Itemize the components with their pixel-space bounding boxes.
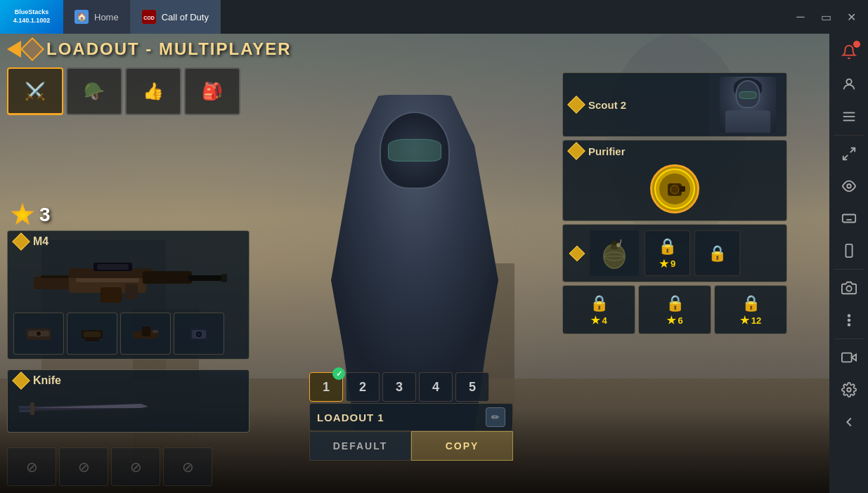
perk-slot-1[interactable]: 🔒 4 — [562, 285, 635, 334]
svg-point-55 — [846, 286, 851, 291]
record-button[interactable] — [834, 342, 864, 373]
device-button[interactable] — [834, 235, 864, 266]
lethal-card[interactable]: 🔒 9 🔒 — [562, 224, 787, 282]
tab-cod[interactable]: COD Call of Duty — [131, 0, 221, 34]
minimize-button[interactable]: ─ — [789, 6, 812, 28]
notification-button[interactable] — [834, 37, 864, 67]
loadout-num-4-label: 4 — [432, 380, 439, 395]
back-arrow-icon — [7, 41, 21, 58]
perk-star-req-3: 12 — [740, 315, 761, 326]
locked-slot-1[interactable]: 🔒 9 — [644, 230, 690, 276]
svg-rect-11 — [188, 275, 224, 281]
attachment-slot-2[interactable] — [67, 313, 117, 355]
empty-slot-3[interactable]: ⊘ — [111, 447, 160, 486]
svg-point-37 — [671, 185, 679, 194]
loadout-num-3[interactable]: 3 — [382, 372, 416, 402]
primary-weapon-card[interactable]: M4 — [7, 230, 250, 360]
camera-button[interactable] — [834, 272, 864, 303]
lock-icon-1: 🔒 — [658, 237, 677, 256]
locked-slots: 🔒 9 🔒 — [644, 230, 740, 276]
scorestreak-card[interactable]: Purifier — [562, 140, 787, 221]
empty-slot-2[interactable]: ⊘ — [59, 447, 108, 486]
empty-slots-row: ⊘ ⊘ ⊘ ⊘ — [7, 447, 212, 486]
perk-req-num-3: 12 — [751, 315, 761, 326]
notification-dot — [853, 41, 860, 48]
attachment-slot-1[interactable] — [13, 313, 64, 355]
empty-slot-2-icon: ⊘ — [78, 459, 90, 475]
weapon-svg — [30, 256, 227, 305]
svg-rect-12 — [221, 274, 227, 282]
close-button[interactable]: ✕ — [840, 6, 862, 28]
operator-body — [725, 110, 770, 133]
loadout-num-5[interactable]: 5 — [455, 372, 489, 402]
knife-card[interactable]: Knife — [7, 369, 250, 433]
view-button[interactable] — [834, 171, 864, 202]
attachment-slot-3[interactable] — [120, 313, 171, 355]
locked-slot-2[interactable]: 🔒 — [694, 230, 740, 276]
scorestreak-name: Purifier — [588, 145, 626, 157]
svg-rect-52 — [842, 215, 855, 223]
back-button[interactable] — [7, 41, 41, 58]
settings-button[interactable] — [834, 374, 864, 405]
attachments-row — [8, 308, 249, 359]
loadout-num-2-label: 2 — [359, 380, 366, 395]
svg-point-16 — [36, 331, 41, 336]
tab-perks[interactable]: 👍 — [125, 67, 181, 115]
right-sidebar — [829, 34, 868, 493]
operator-diamond-icon — [567, 96, 585, 113]
attachment-4-icon — [185, 323, 213, 344]
svg-point-58 — [848, 324, 850, 326]
loadout-num-2[interactable]: 2 — [346, 372, 380, 402]
default-button[interactable]: DEFAULT — [309, 431, 411, 461]
fullscreen-button[interactable] — [834, 138, 864, 169]
lethal-diamond-icon — [569, 245, 585, 261]
page-title: LOADOUT - MULTIPLAYER — [46, 39, 292, 59]
tab-operator[interactable]: 🪖 — [66, 67, 122, 115]
attachment-slot-4[interactable] — [174, 313, 224, 355]
tab-equipment[interactable]: 🎒 — [184, 67, 240, 115]
back-nav-icon — [841, 414, 857, 430]
knife-diamond-icon — [12, 372, 30, 389]
more-button[interactable] — [834, 305, 864, 336]
keyboard-icon — [841, 211, 857, 226]
weapons-tab-icon: ⚔️ — [25, 81, 46, 101]
grenade-svg — [595, 234, 634, 272]
sidebar-divider-1 — [834, 135, 864, 136]
lock-icon-2: 🔒 — [708, 244, 727, 263]
empty-slot-1-icon: ⊘ — [26, 459, 38, 475]
svg-rect-22 — [153, 330, 158, 333]
operator-image — [709, 73, 786, 136]
keyboard-button[interactable] — [834, 203, 864, 234]
svg-rect-36 — [678, 186, 685, 192]
more-icon — [841, 313, 857, 328]
weapon-diamond-icon — [12, 232, 30, 250]
edit-button[interactable]: ✏ — [486, 407, 505, 427]
empty-slot-4[interactable]: ⊘ — [163, 447, 212, 486]
tab-weapons[interactable]: ⚔️ — [7, 67, 63, 115]
game-area: LOADOUT - MULTIPLAYER ⚔️ 🪖 👍 🎒 — [0, 34, 829, 493]
copy-button-label: COPY — [446, 440, 479, 452]
sidebar-divider-2 — [834, 269, 864, 270]
svg-rect-53 — [846, 244, 852, 257]
svg-text:COD: COD — [143, 15, 155, 20]
perk-slot-3[interactable]: 🔒 12 — [714, 285, 787, 334]
perk-slot-2[interactable]: 🔒 6 — [638, 285, 711, 334]
back-nav-button[interactable] — [834, 407, 864, 438]
copy-button[interactable]: COPY — [411, 431, 513, 461]
sidebar-divider-3 — [834, 338, 864, 339]
tab-home[interactable]: 🏠 Home — [63, 0, 131, 34]
empty-slot-1[interactable]: ⊘ — [7, 447, 56, 486]
account-button[interactable] — [834, 69, 864, 100]
operator-card[interactable]: Scout 2 — [562, 72, 787, 137]
perk-mini-star-3 — [740, 315, 750, 325]
svg-line-49 — [850, 148, 854, 152]
game-tabs: ⚔️ 🪖 👍 🎒 — [7, 67, 240, 115]
main-layout: LOADOUT - MULTIPLAYER ⚔️ 🪖 👍 🎒 — [0, 34, 868, 493]
mini-star-1 — [659, 259, 669, 269]
restore-button[interactable]: ▭ — [815, 6, 837, 28]
star-icon — [10, 202, 35, 228]
loadout-num-1[interactable]: 1 ✓ — [309, 372, 343, 402]
perk-req-num-1: 4 — [602, 315, 607, 326]
menu-button[interactable] — [834, 101, 864, 132]
loadout-num-4[interactable]: 4 — [419, 372, 453, 402]
